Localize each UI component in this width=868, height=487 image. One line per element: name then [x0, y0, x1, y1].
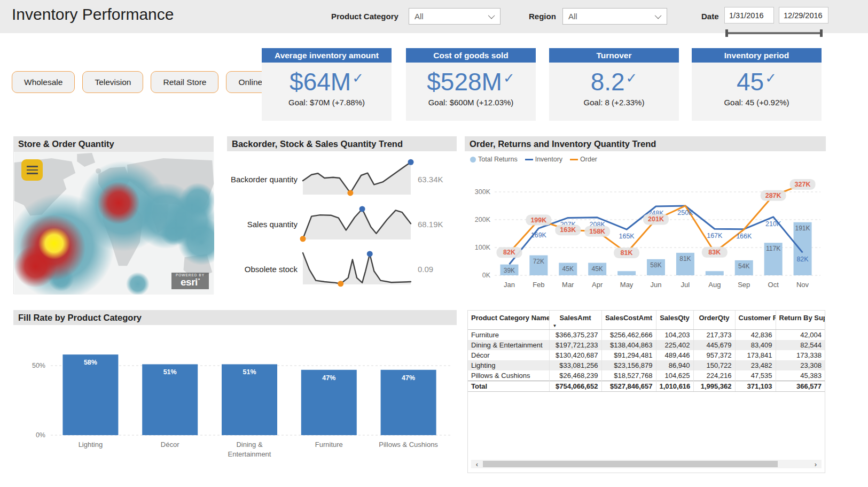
svg-text:Entertainment: Entertainment: [228, 450, 271, 458]
product-category-value: All: [415, 12, 424, 21]
table-row-furniture[interactable]: Furniture$366,375,237$256,462,666104,203…: [468, 330, 825, 341]
sparkline-chart[interactable]: [303, 159, 412, 199]
svg-text:Furniture: Furniture: [315, 440, 343, 449]
table-header-orderqty[interactable]: OrderQty: [693, 311, 735, 330]
map-menu-button[interactable]: [21, 159, 43, 181]
svg-text:Jan: Jan: [504, 281, 515, 289]
sparkline-current-value: 68.19K: [412, 220, 443, 229]
region-value: All: [568, 12, 577, 21]
svg-text:Jun: Jun: [651, 281, 662, 289]
product-category-dropdown[interactable]: All: [409, 8, 501, 25]
kpi-title: Inventory period: [692, 48, 822, 63]
svg-text:0%: 0%: [36, 431, 45, 439]
svg-text:May: May: [620, 281, 634, 289]
fill-rate-bar-lighting[interactable]: [62, 354, 118, 435]
date-range-slider[interactable]: [725, 29, 823, 37]
table-horizontal-scrollbar[interactable]: ‹ ›: [471, 460, 822, 468]
svg-text:81K: 81K: [679, 255, 691, 262]
svg-text:Jul: Jul: [681, 281, 690, 289]
legend-item-order[interactable]: Order: [570, 156, 597, 163]
scroll-left-button[interactable]: ‹: [471, 460, 483, 468]
sparkline-current-value: 63.34K: [412, 175, 443, 184]
max-point-dot: [367, 251, 373, 257]
legend-item-total-returns[interactable]: Total Returns: [470, 156, 518, 163]
sparkline-label: Sales quantity: [227, 220, 303, 229]
svg-text:327K: 327K: [795, 181, 811, 188]
returns-bar-aug[interactable]: [706, 271, 724, 275]
slicer-retail-store[interactable]: Retail Store: [151, 71, 218, 93]
dashboard-root: Inventory Performance Product Category A…: [0, 0, 868, 487]
table-header-customer-returns[interactable]: Customer Returns: [735, 311, 776, 330]
svg-text:Aug: Aug: [708, 281, 721, 289]
table-row-d-cor[interactable]: Décor$130,420,687$91,294,481489,446957,3…: [468, 350, 825, 360]
slicer-wholesale[interactable]: Wholesale: [12, 71, 75, 93]
sparkline-label: Backorder quantity: [227, 175, 303, 184]
table-header-salescostamt[interactable]: SalesCostAmt: [601, 311, 656, 330]
combo-chart: 0K100K200K300K39K72K45K45K58K81K54K117K1…: [465, 163, 826, 295]
svg-text:Dining &: Dining &: [236, 440, 262, 449]
svg-text:51%: 51%: [163, 368, 177, 376]
table-header-salesqty[interactable]: SalesQty: [656, 311, 693, 330]
max-point-dot: [359, 206, 365, 212]
date-end-input[interactable]: [779, 7, 828, 24]
region-dropdown[interactable]: All: [562, 8, 667, 25]
returns-bar-may[interactable]: [617, 271, 636, 275]
svg-text:166K: 166K: [736, 233, 752, 240]
slider-handle-left[interactable]: [725, 29, 728, 37]
date-start-input[interactable]: [724, 7, 774, 24]
product-category-label: Product Category: [331, 12, 398, 21]
hamburger-icon: [27, 166, 38, 167]
table-header-return-by-supplier-qty[interactable]: Return By Supplier Qty: [776, 311, 825, 330]
date-label: Date: [701, 12, 719, 21]
chevron-down-icon: [655, 12, 662, 19]
slicer-television[interactable]: Television: [82, 71, 143, 93]
svg-text:210K: 210K: [765, 220, 781, 228]
svg-text:158K: 158K: [589, 228, 605, 235]
combo-legend: Total ReturnsInventoryOrder: [465, 151, 826, 163]
scrollbar-thumb[interactable]: [483, 461, 778, 467]
svg-text:72K: 72K: [533, 258, 544, 265]
svg-text:165K: 165K: [619, 233, 635, 240]
svg-text:58K: 58K: [650, 261, 661, 269]
kpi-value: 8.2: [591, 68, 625, 96]
kpi-value: $528M: [427, 68, 502, 96]
svg-text:82K: 82K: [796, 256, 809, 263]
svg-text:169K: 169K: [531, 231, 547, 239]
max-point-dot: [408, 159, 414, 165]
svg-text:191K: 191K: [795, 225, 810, 232]
slider-handle-right[interactable]: [820, 29, 823, 37]
svg-text:199K: 199K: [530, 217, 546, 224]
sparkline-chart[interactable]: [303, 204, 412, 244]
svg-text:54K: 54K: [738, 262, 749, 270]
kpi-value: $64M: [290, 68, 351, 96]
svg-text:Lighting: Lighting: [79, 440, 103, 449]
world-heatmap[interactable]: POWERED BY esri: [13, 151, 214, 294]
combo-panel-title: Order, Returns and Inventory Quantity Tr…: [465, 136, 826, 151]
table-row-dining-entertainment[interactable]: Dining & Entertainment$197,721,233$138,4…: [468, 340, 825, 350]
table-header-product-category-name[interactable]: Product Category Name: [468, 311, 549, 330]
svg-text:Mar: Mar: [562, 281, 574, 289]
svg-text:Apr: Apr: [592, 281, 603, 289]
kpi-goal: Goal: 8 (+2.33%): [549, 98, 679, 107]
fill-rate-chart: 0%50%58%51%51%47%47%LightingDécorDining …: [13, 325, 457, 462]
scroll-right-button[interactable]: ›: [810, 460, 822, 468]
min-point-dot: [300, 236, 306, 242]
sparkline-chart[interactable]: [303, 249, 412, 289]
table-header-salesamt[interactable]: SalesAmt▼: [549, 311, 601, 330]
kpi-goal: Goal: 45 (+0.92%): [692, 98, 822, 107]
esri-attribution: POWERED BY esri: [171, 273, 209, 290]
svg-text:45K: 45K: [592, 265, 603, 273]
table-row-lighting[interactable]: Lighting$33,081,256$23,156,87986,940150,…: [468, 360, 825, 370]
legend-item-inventory[interactable]: Inventory: [525, 156, 562, 163]
sparkline-label: Obsolete stock: [227, 265, 303, 274]
svg-text:200K: 200K: [475, 216, 491, 223]
data-table-panel: Product Category NameSalesAmt▼SalesCostA…: [467, 310, 825, 473]
table-row-pillows-cushions[interactable]: Pillows & Cushions$26,468,239$18,527,768…: [468, 370, 825, 381]
table-header: Product Category NameSalesAmt▼SalesCostA…: [468, 311, 825, 330]
map-panel: Store & Order Quantity: [13, 136, 214, 294]
svg-text:50%: 50%: [32, 362, 45, 369]
svg-text:0K: 0K: [482, 272, 491, 279]
fill-rate-chart-svg: 0%50%58%51%51%47%47%LightingDécorDining …: [13, 325, 457, 460]
svg-text:163K: 163K: [560, 226, 576, 234]
svg-text:47%: 47%: [322, 374, 335, 382]
